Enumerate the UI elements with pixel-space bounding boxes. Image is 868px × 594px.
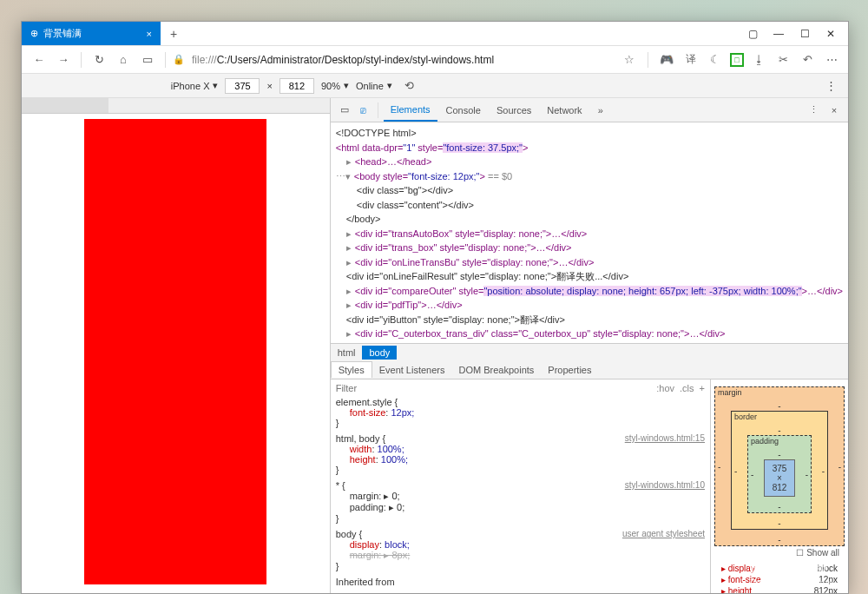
browser-window: ⊕ 背景铺满 × + ▢ — ☐ ✕ ← → ↻ ⌂ ▭ 🔒 file:///C… xyxy=(21,21,849,594)
titlebar: ⊕ 背景铺满 × + ▢ — ☐ ✕ xyxy=(22,22,848,46)
dom-compareouter[interactable]: ▸<div id="compareOuter" style="position:… xyxy=(336,284,843,299)
box-content[interactable]: 375 × 812 xyxy=(764,459,795,497)
dom-head[interactable]: ▸<head>…</head> xyxy=(336,155,843,169)
rule-body-ua[interactable]: user agent stylesheet body { display: bl… xyxy=(336,529,705,571)
crumb-body[interactable]: body xyxy=(362,346,397,360)
translate-button[interactable]: 译 xyxy=(681,50,700,69)
device-width-input[interactable] xyxy=(225,78,260,94)
rotate-button[interactable]: ⟲ xyxy=(399,76,420,96)
new-tab-button[interactable]: + xyxy=(161,22,187,45)
rule-element-style[interactable]: element.style { font-size: 12px; } xyxy=(336,397,705,428)
styles-tabs: Styles Event Listeners DOM Breakpoints P… xyxy=(331,360,848,380)
dom-tree[interactable]: <!DOCTYPE html> <html data-dpr="1" style… xyxy=(331,122,848,343)
devtools-menu-button[interactable]: ⋮ xyxy=(805,102,822,119)
inspect-element-button[interactable]: ▭ xyxy=(336,102,353,119)
box-padding[interactable]: padding - --- 375 × 812 xyxy=(747,435,812,513)
home-button[interactable]: ⌂ xyxy=(113,50,134,70)
show-all-checkbox[interactable]: ☐ Show all xyxy=(714,546,845,559)
star-icon[interactable]: ☆ xyxy=(620,50,639,69)
online-value: Online xyxy=(356,81,384,91)
tab-close-button[interactable]: × xyxy=(147,29,152,39)
tab-dom-breakpoints[interactable]: DOM Breakpoints xyxy=(452,362,542,378)
url-scheme: file:/// xyxy=(192,54,217,66)
window-split-button[interactable]: ▢ xyxy=(740,23,765,44)
dom-bg[interactable]: <div class="bg"></div> xyxy=(336,183,843,198)
menu-icon[interactable]: ⋯ xyxy=(822,50,841,69)
tab-event-listeners[interactable]: Event Listeners xyxy=(372,362,452,378)
box-border[interactable]: border - --- padding - --- 375 × 812 xyxy=(731,411,828,530)
globe-icon: ⊕ xyxy=(30,28,38,39)
styles-filter-row: :hov .cls + xyxy=(336,383,705,393)
ruler xyxy=(22,98,330,114)
devtools-close-button[interactable]: × xyxy=(825,102,843,119)
styles-rules[interactable]: :hov .cls + element.style { font-size: 1… xyxy=(331,380,711,593)
forward-button[interactable]: → xyxy=(53,50,74,70)
add-rule-button[interactable]: + xyxy=(700,383,705,393)
dom-coutertrans[interactable]: ▸<div id="C_outerbox_trans_div" class="C… xyxy=(336,327,843,341)
dom-doctype[interactable]: <!DOCTYPE html> xyxy=(336,126,843,141)
device-toggle-button[interactable]: ⎚ xyxy=(355,102,372,119)
styles-filter-input[interactable] xyxy=(336,383,652,393)
zoom-select[interactable]: 90% ▾ xyxy=(321,80,349,91)
dom-body-open[interactable]: ⋯▾<body style="font-size: 12px;"> == $0 xyxy=(336,169,843,184)
back-button[interactable]: ← xyxy=(29,50,49,70)
dom-transauto[interactable]: ▸<div id="transAutoBox" style="display: … xyxy=(336,227,843,241)
box-model-panel: margin - --- border - --- padding - --- … xyxy=(711,380,848,593)
dom-onlinefail[interactable]: <div id="onLineFailResult" style="displa… xyxy=(336,269,843,284)
computed-list[interactable]: ▸ displayblock ▸ font-size12px ▸ height8… xyxy=(714,559,845,593)
dom-onlinebu[interactable]: ▸<div id="onLineTransBu" style="display:… xyxy=(336,255,843,270)
device-more-button[interactable]: ⋮ xyxy=(820,76,841,96)
dom-pdftip[interactable]: ▸<div id="pdfTip">…</div> xyxy=(336,298,843,313)
moon-icon[interactable]: ☾ xyxy=(706,50,725,69)
cls-button[interactable]: .cls xyxy=(680,383,694,393)
tab-styles[interactable]: Styles xyxy=(331,361,372,378)
dom-html-open[interactable]: <html data-dpr="1" style="font-size: 37.… xyxy=(336,141,843,155)
tab-elements[interactable]: Elements xyxy=(384,99,437,122)
dom-yibutton[interactable]: <div id="yiButton" style="display: none;… xyxy=(336,313,843,327)
devtools-tabs: ▭ ⎚ Elements Console Sources Network » ⋮… xyxy=(331,98,848,122)
devtools-panel: ▭ ⎚ Elements Console Sources Network » ⋮… xyxy=(331,98,848,593)
tab-more[interactable]: » xyxy=(591,100,610,121)
rule-star[interactable]: styl-windows.html:10 * { margin: ▸ 0; pa… xyxy=(336,480,705,524)
address-bar: ← → ↻ ⌂ ▭ 🔒 file:///C:/Users/Administrat… xyxy=(22,46,848,74)
game-icon[interactable]: 🎮 xyxy=(657,50,676,69)
url-field[interactable]: file:///C:/Users/Administrator/Desktop/s… xyxy=(188,54,616,66)
tab-properties[interactable]: Properties xyxy=(541,362,598,378)
tab-sources[interactable]: Sources xyxy=(490,100,538,121)
browser-tab-active[interactable]: ⊕ 背景铺满 × xyxy=(22,22,161,45)
chevron-down-icon: ▾ xyxy=(344,80,349,91)
download-icon[interactable]: ⭳ xyxy=(749,50,768,69)
dom-content[interactable]: <div class="content"></div> xyxy=(336,198,843,213)
dom-body-close[interactable]: </body> xyxy=(336,212,843,227)
rule-html-body[interactable]: styl-windows.html:15 html, body { width:… xyxy=(336,433,705,475)
hov-button[interactable]: :hov xyxy=(656,383,674,393)
main-area: ▭ ⎚ Elements Console Sources Network » ⋮… xyxy=(22,98,848,593)
breadcrumb: html body xyxy=(331,343,848,360)
zoom-value: 90% xyxy=(321,81,340,91)
window-minimize-button[interactable]: — xyxy=(766,23,791,44)
window-maximize-button[interactable]: ☐ xyxy=(792,23,817,44)
chevron-down-icon: ▾ xyxy=(213,80,218,91)
computed-row: ▸ displayblock xyxy=(718,563,841,574)
lock-icon: 🔒 xyxy=(173,54,185,65)
tab-console[interactable]: Console xyxy=(439,100,488,121)
url-path: C:/Users/Administrator/Desktop/styl-inde… xyxy=(217,54,494,66)
computed-row: ▸ font-size12px xyxy=(718,574,841,585)
chevron-down-icon: ▾ xyxy=(387,80,392,91)
window-close-button[interactable]: ✕ xyxy=(819,23,843,44)
crumb-html[interactable]: html xyxy=(331,346,363,360)
dom-transbox[interactable]: ▸<div id="trans_box" style="display: non… xyxy=(336,241,843,255)
box-margin[interactable]: margin - --- border - --- padding - --- … xyxy=(714,386,845,546)
device-select[interactable]: iPhone X ▾ xyxy=(171,80,219,91)
reload-button[interactable]: ↻ xyxy=(89,50,109,70)
screenshot-icon[interactable]: □ xyxy=(730,53,744,67)
device-height-input[interactable] xyxy=(279,78,314,94)
device-viewport[interactable] xyxy=(84,119,266,584)
dim-separator: × xyxy=(266,81,272,91)
undo-icon[interactable]: ↶ xyxy=(798,50,817,69)
favorites-button[interactable]: ▭ xyxy=(137,50,158,70)
tab-network[interactable]: Network xyxy=(540,100,589,121)
device-name: iPhone X xyxy=(171,81,210,91)
online-select[interactable]: Online ▾ xyxy=(356,80,392,91)
scissors-icon[interactable]: ✂ xyxy=(773,50,792,69)
